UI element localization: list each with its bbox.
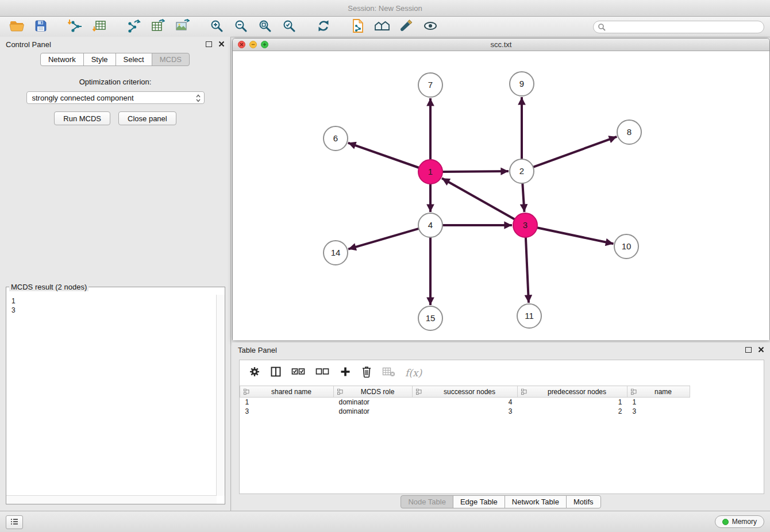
column-header-successor-nodes[interactable]: successor nodes [413, 386, 518, 398]
apply-style-button[interactable] [395, 18, 417, 36]
delete-column-button[interactable] [361, 365, 372, 380]
table-cell[interactable]: 4 [413, 398, 518, 407]
network-document-icon [351, 18, 365, 36]
network-canvas[interactable]: 7968124314101511 [233, 51, 769, 340]
float-panel-icon[interactable] [206, 41, 212, 47]
window-close-icon[interactable] [238, 41, 245, 48]
zoom-fit-button[interactable] [254, 18, 275, 36]
column-header-shared-name[interactable]: shared name [240, 386, 334, 398]
table-cell[interactable]: 3 [413, 407, 518, 416]
tab-select[interactable]: Select [116, 53, 152, 66]
edge-4-14[interactable] [348, 229, 419, 249]
table-cell[interactable]: 1 [518, 398, 627, 407]
import-network-button[interactable] [64, 18, 86, 36]
column-header-mcds-role[interactable]: MCDS role [334, 386, 413, 398]
table-container: f(x) shared name MCDS role successor nod… [239, 360, 764, 494]
graph-node-4[interactable]: 4 [418, 213, 442, 237]
float-table-panel-icon[interactable] [745, 347, 752, 353]
table-cell[interactable]: dominator [334, 407, 413, 416]
main-toolbar [0, 17, 770, 37]
column-header-name[interactable]: name [627, 386, 690, 398]
task-history-button[interactable] [6, 515, 23, 529]
tab-network[interactable]: Network [40, 53, 84, 66]
window-zoom-icon[interactable] [261, 41, 268, 48]
edge-3-11[interactable] [526, 237, 529, 303]
open-session-button[interactable] [6, 18, 27, 36]
graph-node-1[interactable]: 1 [418, 160, 442, 184]
result-vertical-scrollbar[interactable] [216, 295, 225, 496]
zoom-in-button[interactable] [206, 18, 227, 36]
tab-edge-table[interactable]: Edge Table [453, 495, 505, 508]
edge-3-10[interactable] [537, 228, 614, 244]
table-cell[interactable]: dominator [334, 398, 413, 407]
table-settings-button[interactable] [249, 366, 260, 380]
memory-button[interactable]: Memory [715, 515, 764, 528]
import-table-button[interactable] [88, 18, 110, 36]
save-session-button[interactable] [30, 18, 51, 36]
export-image-icon [175, 19, 190, 35]
table-cell[interactable]: 1 [627, 398, 690, 407]
open-folder-icon [9, 20, 24, 34]
tab-node-table[interactable]: Node Table [401, 495, 453, 508]
table-cell[interactable]: 3 [240, 407, 334, 416]
graph-node-14[interactable]: 14 [324, 241, 348, 265]
network-window-titlebar[interactable]: scc.txt [233, 38, 769, 51]
tab-network-table[interactable]: Network Table [505, 495, 567, 508]
zoom-out-button[interactable] [230, 18, 251, 36]
select-all-button[interactable] [291, 367, 306, 379]
network-graph: 7968124314101511 [233, 51, 769, 340]
graph-node-3[interactable]: 3 [513, 213, 537, 237]
table-row[interactable]: 1dominator411 [240, 398, 690, 407]
zoom-selected-button[interactable] [278, 18, 299, 36]
close-table-panel-icon[interactable] [758, 346, 764, 354]
edge-1-2[interactable] [442, 171, 509, 172]
zoom-selected-icon [282, 19, 296, 35]
export-network-button[interactable] [123, 18, 144, 36]
close-panel-button[interactable]: Close panel [118, 111, 176, 125]
svg-text:14: 14 [331, 248, 341, 257]
export-table-button[interactable] [147, 18, 168, 36]
export-image-button[interactable] [171, 18, 192, 36]
graph-node-7[interactable]: 7 [418, 73, 442, 97]
graph-node-6[interactable]: 6 [324, 126, 348, 151]
table-row[interactable]: 3dominator323 [240, 407, 690, 416]
control-panel-title: Control Panel [6, 40, 51, 49]
graph-node-2[interactable]: 2 [510, 159, 534, 183]
result-horizontal-scrollbar[interactable] [6, 495, 217, 504]
tab-style[interactable]: Style [83, 53, 116, 66]
add-column-button[interactable] [340, 366, 351, 380]
graph-node-9[interactable]: 9 [510, 72, 534, 96]
search-input[interactable] [593, 21, 764, 33]
application-window: Session: New Session [0, 0, 770, 532]
refresh-layout-icon [317, 19, 330, 35]
edge-3-1[interactable] [442, 178, 515, 219]
window-minimize-icon[interactable] [249, 41, 257, 48]
graph-node-8[interactable]: 8 [617, 120, 641, 144]
criterion-select[interactable]: strongly connected component [26, 91, 205, 104]
select-stepper-icon [195, 94, 201, 105]
column-header-predecessor-nodes[interactable]: predecessor nodes [518, 386, 627, 398]
svg-text:1: 1 [428, 167, 433, 176]
table-cell[interactable]: 1 [240, 398, 334, 407]
close-panel-icon[interactable] [218, 40, 225, 49]
apply-layout-button[interactable] [313, 18, 334, 36]
export-network-icon [126, 19, 141, 35]
show-hide-button[interactable] [419, 18, 441, 36]
table-cell[interactable]: 3 [627, 407, 690, 416]
first-neighbors-button[interactable] [371, 18, 392, 36]
edge-2-3[interactable] [522, 183, 524, 212]
app-title: Session: New Session [348, 4, 422, 13]
edge-2-8[interactable] [533, 137, 617, 167]
tab-mcds[interactable]: MCDS [152, 53, 190, 66]
graph-node-15[interactable]: 15 [418, 306, 442, 330]
table-cell[interactable]: 2 [518, 407, 627, 416]
graph-node-11[interactable]: 11 [517, 304, 541, 328]
deselect-all-button[interactable] [315, 367, 330, 379]
graph-node-10[interactable]: 10 [614, 234, 638, 259]
save-floppy-icon [34, 20, 47, 34]
run-mcds-button[interactable]: Run MCDS [54, 111, 110, 125]
tab-motifs[interactable]: Motifs [566, 495, 601, 508]
network-document-button[interactable] [347, 18, 368, 36]
show-columns-button[interactable] [270, 366, 282, 380]
edge-1-6[interactable] [348, 143, 419, 168]
